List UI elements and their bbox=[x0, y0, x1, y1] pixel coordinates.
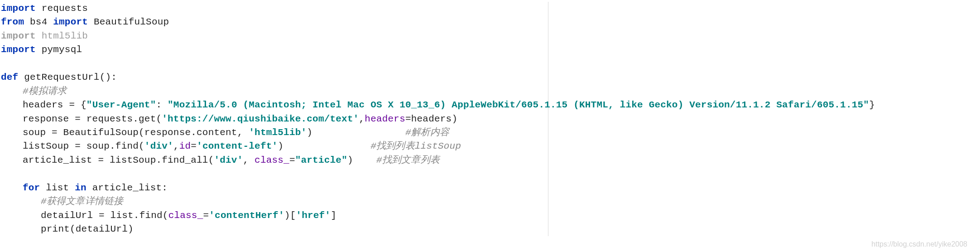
headers-value: "Mozilla/5.0 (Macintosh; Intel Mac OS X … bbox=[168, 100, 869, 110]
code-line-def[interactable]: def getRequestUrl(): bbox=[0, 71, 980, 84]
artlist-comma: , bbox=[243, 155, 255, 165]
headers-colon: : bbox=[156, 100, 168, 110]
code-line-comment-1[interactable]: #模拟请求 bbox=[0, 85, 980, 98]
code-line-listsoup[interactable]: listSoup = soup.find('div',id='content-l… bbox=[0, 140, 980, 153]
artlist-close: ) bbox=[347, 155, 353, 165]
soup-parser: 'html5lib' bbox=[249, 127, 307, 138]
spacer bbox=[353, 155, 376, 165]
listsoup-close: ) bbox=[278, 141, 283, 151]
soup-close: ) bbox=[307, 127, 312, 138]
code-line-detailurl[interactable]: detailUrl = list.find(class_='contentHer… bbox=[0, 209, 980, 223]
param-headers: headers bbox=[365, 114, 405, 124]
code-line-print[interactable]: print(detailUrl) bbox=[0, 223, 980, 236]
spacer bbox=[312, 127, 405, 138]
listsoup-comma: , bbox=[173, 141, 179, 151]
blank-line-2[interactable] bbox=[0, 167, 980, 181]
code-line-2[interactable]: from bs4 import BeautifulSoup bbox=[0, 15, 980, 29]
detail-bracket-close: ] bbox=[331, 210, 336, 221]
code-line-response[interactable]: response = requests.get('https://www.qiu… bbox=[0, 112, 980, 126]
def-parens: (): bbox=[100, 72, 117, 82]
code-line-1[interactable]: import requests bbox=[0, 2, 980, 15]
keyword-in: in bbox=[75, 183, 86, 193]
headers-key: "User-Agent" bbox=[86, 100, 156, 110]
listsoup-contentleft: 'content-left' bbox=[197, 141, 278, 151]
detail-contentherf: 'contentHerf' bbox=[209, 210, 284, 221]
comment-findarticle: #找到文章列表 bbox=[376, 155, 440, 165]
for-var: list bbox=[46, 183, 69, 193]
resp-eq: =headers) bbox=[405, 114, 457, 124]
listsoup-assign: listSoup = soup.find( bbox=[23, 141, 144, 151]
comment-listsoup-ident: listSoup bbox=[415, 141, 461, 151]
keyword-import-4: import bbox=[1, 44, 36, 55]
artlist-article: "article" bbox=[295, 155, 347, 165]
comment-detail-link: #获得文章详情链接 bbox=[41, 196, 123, 207]
param-id: id bbox=[179, 141, 191, 151]
resp-comma: , bbox=[359, 114, 365, 124]
module-pymysql: pymysql bbox=[42, 44, 82, 55]
detail-eq: = bbox=[203, 210, 209, 221]
soup-assign: soup = BeautifulSoup(response.content, bbox=[23, 127, 249, 138]
code-line-articlelist[interactable]: article_list = listSoup.find_all('div', … bbox=[0, 154, 980, 167]
artlist-div: 'div' bbox=[214, 155, 243, 165]
module-name: requests bbox=[42, 3, 88, 14]
comment-findlist: #找到列表 bbox=[370, 141, 415, 151]
code-line-comment-detail[interactable]: #获得文章详情链接 bbox=[0, 195, 980, 208]
param-class: class_ bbox=[255, 155, 289, 165]
spacer bbox=[283, 141, 370, 151]
detailurl-assign: detailUrl = list.find( bbox=[41, 210, 168, 221]
response-assign: response = requests.get( bbox=[23, 114, 162, 124]
keyword-from: from bbox=[1, 17, 24, 27]
code-line-3[interactable]: import html5lib bbox=[0, 29, 980, 43]
artlist-assign: article_list = listSoup.find_all( bbox=[23, 155, 214, 165]
comment-parse: #解析内容 bbox=[405, 127, 450, 138]
code-line-for[interactable]: for list in article_list: bbox=[0, 181, 980, 195]
module-bs4: bs4 bbox=[30, 17, 47, 27]
code-line-soup[interactable]: soup = BeautifulSoup(response.content, '… bbox=[0, 126, 980, 140]
keyword-import-dim: import bbox=[1, 31, 36, 41]
blank-line-1[interactable] bbox=[0, 57, 980, 71]
function-name: getRequestUrl bbox=[24, 72, 99, 82]
artlist-eq: = bbox=[289, 155, 295, 165]
headers-close: } bbox=[869, 100, 875, 110]
keyword-def: def bbox=[1, 72, 18, 82]
module-html5lib: html5lib bbox=[42, 31, 88, 41]
headers-assign: headers = { bbox=[23, 100, 86, 110]
detail-href: 'href' bbox=[296, 210, 331, 221]
keyword-import-2: import bbox=[53, 17, 88, 27]
listsoup-eq: = bbox=[191, 141, 197, 151]
class-beautifulsoup: BeautifulSoup bbox=[94, 17, 169, 27]
for-iter: article_list: bbox=[92, 183, 168, 193]
keyword-import: import bbox=[1, 3, 36, 14]
response-url: 'https://www.qiushibaike.com/text' bbox=[162, 114, 359, 124]
param-class-2: class_ bbox=[168, 210, 203, 221]
comment-simulate-request: #模拟请求 bbox=[23, 86, 67, 97]
code-line-4[interactable]: import pymysql bbox=[0, 43, 980, 57]
detail-bracket-open: )[ bbox=[284, 210, 296, 221]
code-line-headers[interactable]: headers = {"User-Agent": "Mozilla/5.0 (M… bbox=[0, 98, 980, 112]
listsoup-div: 'div' bbox=[144, 141, 173, 151]
keyword-for: for bbox=[23, 183, 40, 193]
print-call: print(detailUrl) bbox=[41, 224, 134, 234]
